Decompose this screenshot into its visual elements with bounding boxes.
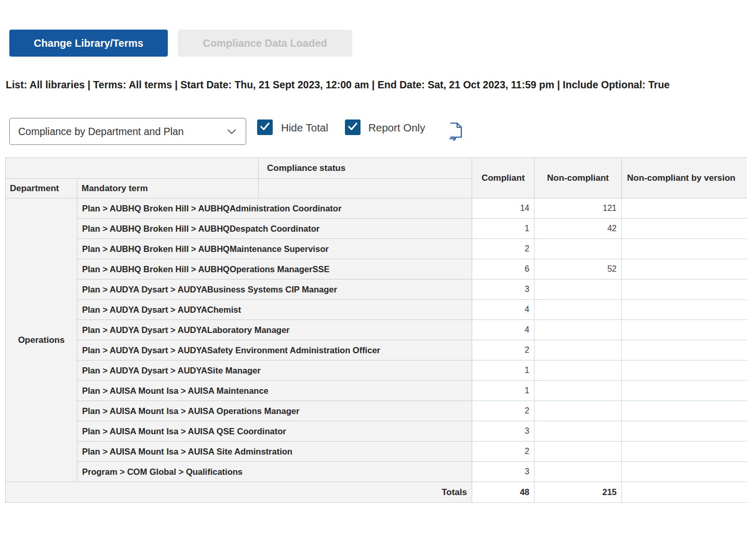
non-compliant-value: [535, 421, 622, 442]
non-compliant-value: [535, 442, 622, 462]
non-compliant-by-version-value: [622, 381, 747, 401]
header-spacer-cell: [6, 158, 259, 179]
compliant-value: 2: [472, 340, 535, 361]
totals-label-cell: Totals: [6, 482, 472, 503]
export-report-button[interactable]: [447, 122, 465, 142]
non-compliant-by-version-value: [622, 320, 747, 340]
table-row: Plan > AUDYA Dysart > AUDYASite Manager1: [6, 361, 747, 381]
hide-total-checkbox[interactable]: [257, 119, 273, 135]
non-compliant-column-header: Non-compliant: [535, 158, 622, 198]
compliance-table: Compliance status Compliant Non-complian…: [5, 157, 747, 503]
compliant-value: 4: [472, 320, 535, 340]
compliant-value: 1: [472, 219, 535, 239]
checkmark-icon: [259, 121, 271, 134]
compliant-value: 2: [472, 401, 535, 421]
totals-compliant-cell: 48: [472, 482, 535, 503]
compliant-value: 2: [472, 239, 535, 259]
non-compliant-by-version-value: [622, 198, 747, 219]
table-row: Plan > AUBHQ Broken Hill > AUBHQOperatio…: [6, 259, 747, 279]
non-compliant-value: [535, 320, 622, 340]
export-document-icon: [448, 122, 464, 142]
mandatory-term-cell: Plan > AUBHQ Broken Hill > AUBHQAdminist…: [77, 198, 472, 219]
report-only-checkbox[interactable]: [345, 119, 361, 135]
non-compliant-value: 121: [535, 198, 622, 219]
non-compliant-value: [535, 300, 622, 320]
table-row: Plan > AUISA Mount Isa > AUISA Maintenan…: [6, 381, 747, 401]
compliant-value: 3: [472, 462, 535, 482]
compliant-value: 4: [472, 300, 535, 320]
mandatory-term-cell: Plan > AUISA Mount Isa > AUISA Operation…: [77, 401, 472, 421]
non-compliant-by-version-value: [622, 442, 747, 462]
mandatory-term-cell: Plan > AUISA Mount Isa > AUISA QSE Coord…: [77, 421, 472, 442]
compliant-value: 1: [472, 381, 535, 401]
filter-summary: List: All libraries | Terms: All terms |…: [6, 77, 747, 92]
totals-row: Totals 48 215: [6, 482, 747, 503]
table-row: Plan > AUBHQ Broken Hill > AUBHQDespatch…: [6, 219, 747, 239]
table-row: Plan > AUDYA Dysart > AUDYALaboratory Ma…: [6, 320, 747, 340]
non-compliant-value: 52: [535, 259, 622, 279]
mandatory-term-cell: Plan > AUDYA Dysart > AUDYAChemist: [77, 300, 472, 320]
table-row: Plan > AUDYA Dysart > AUDYAChemist4: [6, 300, 747, 320]
table-body: OperationsPlan > AUBHQ Broken Hill > AUB…: [6, 198, 747, 482]
mandatory-term-cell: Plan > AUDYA Dysart > AUDYALaboratory Ma…: [77, 320, 472, 340]
non-compliant-by-version-value: [622, 279, 747, 300]
non-compliant-by-version-value: [622, 421, 747, 442]
compliant-value: 2: [472, 442, 535, 462]
mandatory-term-cell: Plan > AUDYA Dysart > AUDYASite Manager: [77, 361, 472, 381]
non-compliant-value: 42: [535, 219, 622, 239]
report-type-value: Compliance by Department and Plan: [18, 126, 226, 138]
compliant-value: 14: [472, 198, 535, 219]
header-spacer-cell: [259, 179, 472, 198]
table-row: Plan > AUISA Mount Isa > AUISA QSE Coord…: [6, 421, 747, 442]
table-row: Program > COM Global > Qualifications3: [6, 462, 747, 482]
non-compliant-by-version-value: [622, 361, 747, 381]
compliance-data-loaded-button: Compliance Data Loaded: [178, 30, 352, 57]
non-compliant-by-version-value: [622, 300, 747, 320]
non-compliant-by-version-value: [622, 259, 747, 279]
non-compliant-value: [535, 401, 622, 421]
report-only-label[interactable]: Report Only: [368, 120, 425, 136]
compliant-value: 3: [472, 279, 535, 300]
non-compliant-by-version-value: [622, 219, 747, 239]
mandatory-term-cell: Plan > AUBHQ Broken Hill > AUBHQDespatch…: [77, 219, 472, 239]
mandatory-term-cell: Plan > AUISA Mount Isa > AUISA Site Admi…: [77, 442, 472, 462]
checkmark-icon: [347, 121, 358, 134]
mandatory-term-cell: Program > COM Global > Qualifications: [77, 462, 472, 482]
change-library-terms-button[interactable]: Change Library/Terms: [9, 30, 168, 57]
department-column-header: Department: [6, 179, 77, 198]
department-cell: Operations: [6, 198, 77, 482]
non-compliant-value: [535, 340, 622, 361]
totals-non-compliant-cell: 215: [535, 482, 622, 503]
mandatory-term-cell: Plan > AUBHQ Broken Hill > AUBHQOperatio…: [77, 259, 472, 279]
non-compliant-by-version-value: [622, 340, 747, 361]
table-row: OperationsPlan > AUBHQ Broken Hill > AUB…: [6, 198, 747, 219]
table-row: Plan > AUISA Mount Isa > AUISA Operation…: [6, 401, 747, 421]
compliance-report-page: Change Library/Terms Compliance Data Loa…: [0, 0, 747, 560]
table-header-row-group: Compliance status Compliant Non-complian…: [6, 158, 747, 179]
mandatory-term-cell: Plan > AUDYA Dysart > AUDYABusiness Syst…: [77, 279, 472, 300]
non-compliant-value: [535, 279, 622, 300]
non-compliant-by-version-value: [622, 462, 747, 482]
non-compliant-by-version-value: [622, 239, 747, 259]
mandatory-term-cell: Plan > AUISA Mount Isa > AUISA Maintenan…: [77, 381, 472, 401]
totals-non-compliant-by-version-cell: [622, 482, 747, 503]
compliance-status-group-header: Compliance status: [259, 158, 472, 179]
report-type-select[interactable]: Compliance by Department and Plan: [9, 118, 246, 145]
non-compliant-value: [535, 361, 622, 381]
non-compliant-value: [535, 381, 622, 401]
non-compliant-by-version-column-header: Non-compliant by version: [622, 158, 747, 198]
mandatory-term-cell: Plan > AUDYA Dysart > AUDYASafety Enviro…: [77, 340, 472, 361]
mandatory-term-cell: Plan > AUBHQ Broken Hill > AUBHQMaintena…: [77, 239, 472, 259]
table-row: Plan > AUBHQ Broken Hill > AUBHQMaintena…: [6, 239, 747, 259]
table-row: Plan > AUISA Mount Isa > AUISA Site Admi…: [6, 442, 747, 462]
table-row: Plan > AUDYA Dysart > AUDYABusiness Syst…: [6, 279, 747, 300]
table-row: Plan > AUDYA Dysart > AUDYASafety Enviro…: [6, 340, 747, 361]
non-compliant-by-version-value: [622, 401, 747, 421]
compliant-column-header: Compliant: [472, 158, 535, 198]
compliance-table-container: Compliance status Compliant Non-complian…: [5, 157, 747, 503]
compliant-value: 6: [472, 259, 535, 279]
non-compliant-value: [535, 462, 622, 482]
chevron-down-icon: [226, 126, 237, 137]
compliant-value: 3: [472, 421, 535, 442]
hide-total-label[interactable]: Hide Total: [281, 120, 328, 136]
